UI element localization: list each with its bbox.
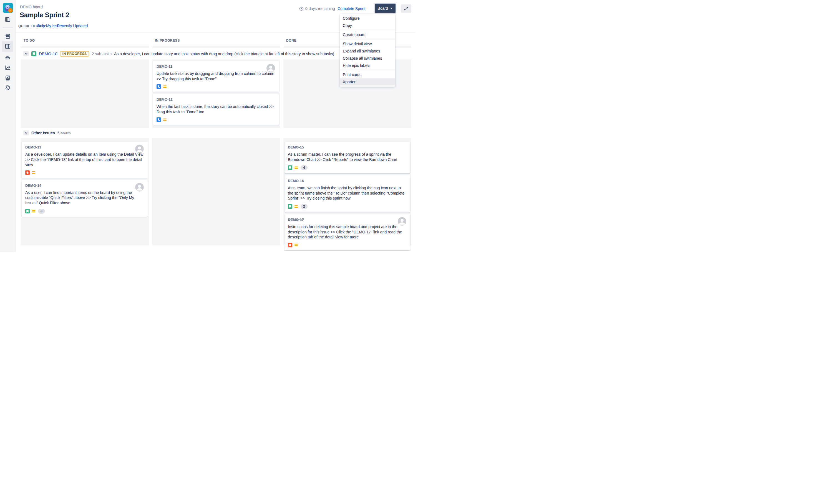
menu-item-copy[interactable]: Copy: [340, 22, 395, 29]
subtask-icon: [156, 84, 161, 89]
issue-summary: As a developer, I can update details on …: [25, 152, 144, 167]
menu-divider: [340, 30, 395, 30]
project-logo[interactable]: ‹›: [3, 3, 13, 13]
breadcrumb[interactable]: DEMO board: [20, 5, 43, 9]
issue-card[interactable]: DEMO-16 As a team, we can finish the spr…: [285, 175, 410, 212]
story-icon: [288, 204, 292, 209]
column-header-done: DONE: [286, 38, 296, 42]
issue-key[interactable]: DEMO-11: [156, 64, 172, 68]
clock-icon: [299, 6, 304, 11]
issue-card[interactable]: DEMO-14 As a user, I can find important …: [22, 180, 148, 217]
issue-card[interactable]: DEMO-12 When the last task is done, the …: [153, 94, 279, 125]
issue-key[interactable]: DEMO-13: [25, 145, 41, 149]
other-issues-swimlane-header: Other Issues 5 issues: [16, 128, 416, 138]
project-sidebar: ‹›: [0, 0, 16, 252]
board-dropdown-menu: ConfigureCopyCreate boardShow detail vie…: [340, 13, 395, 87]
issue-key[interactable]: DEMO-14: [25, 183, 41, 188]
issue-card[interactable]: DEMO-15 As a scrum master, I can see the…: [285, 142, 410, 173]
issue-key[interactable]: DEMO-16: [288, 179, 304, 183]
menu-item-create-board[interactable]: Create board: [340, 31, 395, 38]
svg-text:‹›: ‹›: [10, 9, 11, 12]
card-footer: [156, 84, 276, 89]
priority-medium-icon: [32, 171, 35, 174]
page-title: Sample Sprint 2: [20, 11, 69, 19]
card-footer: 3: [25, 209, 144, 214]
issue-card[interactable]: DEMO-17 Instructions for deleting this s…: [285, 214, 410, 250]
backlog-icon[interactable]: [4, 33, 11, 40]
bug-icon: [25, 170, 30, 175]
inprogress-column: [152, 138, 280, 245]
bug-icon: [288, 243, 292, 247]
done-card-list: DEMO-15 As a scrum master, I can see the…: [285, 142, 410, 250]
expand-icon: [404, 6, 408, 11]
chevron-down-icon: [390, 7, 393, 10]
board-menu-button[interactable]: Board: [375, 4, 396, 13]
assignee-avatar[interactable]: [398, 217, 406, 226]
issue-key[interactable]: DEMO-12: [156, 97, 173, 101]
sidebar-divider: [3, 28, 13, 28]
epic-issue-key[interactable]: DEMO-10: [39, 51, 57, 56]
status-lozenge: IN PROGRESS: [60, 51, 89, 57]
story-icon: [288, 166, 292, 170]
card-footer: [25, 170, 144, 175]
menu-item-configure[interactable]: Configure: [340, 15, 395, 22]
priority-medium-icon: [32, 210, 35, 212]
assignee-avatar[interactable]: [266, 64, 275, 72]
days-remaining: 0 days remaining: [305, 6, 335, 11]
estimate-badge: 3: [38, 209, 45, 214]
chevron-down-icon: [24, 131, 28, 135]
menu-item-show-detail-view[interactable]: Show detail view: [340, 40, 395, 48]
priority-medium-icon: [163, 86, 167, 88]
collapse-swimlane-button[interactable]: [23, 51, 29, 56]
add-ons-icon[interactable]: [4, 85, 11, 91]
issue-key[interactable]: DEMO-17: [288, 217, 304, 222]
story-icon: [25, 209, 30, 213]
menu-item-print-cards[interactable]: Print cards: [340, 71, 395, 78]
priority-medium-icon: [294, 205, 298, 208]
assignee-avatar[interactable]: [135, 183, 144, 191]
complete-sprint-link[interactable]: Complete Sprint: [338, 6, 365, 11]
inprogress-card-list: DEMO-11 Update task status by dragging a…: [153, 61, 279, 125]
column-header-inprogress: IN PROGRESS: [155, 38, 180, 42]
assignee-avatar[interactable]: [135, 145, 144, 153]
issue-summary: Instructions for deleting this sample bo…: [288, 224, 407, 240]
issues-icon[interactable]: [4, 75, 11, 81]
menu-item-expand-all-swimlanes[interactable]: Expand all swimlanes: [340, 48, 395, 55]
card-footer: [156, 117, 276, 122]
priority-medium-icon: [294, 167, 298, 169]
estimate-badge: 2: [300, 204, 308, 209]
menu-item-xporter[interactable]: Xporter: [340, 78, 395, 86]
subtask-icon: [156, 117, 161, 122]
epic-summary: As a developer, I can update story and t…: [114, 52, 334, 56]
issue-key[interactable]: DEMO-15: [288, 145, 304, 149]
active-sprints-icon[interactable]: [4, 43, 11, 50]
releases-icon[interactable]: [4, 54, 11, 60]
priority-medium-icon: [163, 119, 167, 121]
collapse-swimlane-button[interactable]: [23, 130, 29, 136]
menu-divider: [340, 70, 395, 70]
estimate-badge: 4: [300, 165, 308, 170]
menu-divider: [340, 39, 395, 39]
jira-board-app: ‹›: [0, 0, 416, 252]
fullscreen-button[interactable]: [401, 4, 411, 13]
swimlane-issue-count: 5 issues: [57, 131, 71, 135]
chevron-down-icon: [24, 52, 28, 56]
menu-item-collapse-all-swimlanes[interactable]: Collapse all swimlanes: [340, 55, 395, 62]
board-button-label: Board: [377, 6, 388, 10]
issue-card[interactable]: DEMO-13 As a developer, I can update det…: [22, 142, 148, 178]
issue-summary: As a user, I can find important items on…: [25, 190, 144, 206]
story-icon: [31, 51, 36, 56]
priority-medium-icon: [294, 244, 298, 246]
card-footer: [288, 243, 407, 247]
issue-summary: As a team, we can finish the sprint by c…: [288, 185, 407, 201]
column-header-todo: TO DO: [24, 38, 35, 42]
swimlane-title: Other Issues: [31, 131, 55, 135]
quick-filter-recently-updated[interactable]: Recently Updated: [57, 24, 88, 28]
issue-summary: Update task status by dragging and dropp…: [156, 71, 276, 81]
issue-card[interactable]: DEMO-11 Update task status by dragging a…: [153, 61, 279, 92]
issue-summary: When the last task is done, the story ca…: [156, 104, 276, 114]
menu-item-hide-epic-labels[interactable]: Hide epic labels: [340, 62, 395, 69]
reports-icon[interactable]: [4, 64, 11, 71]
boards-icon[interactable]: [4, 17, 11, 23]
subtask-count: 2 sub-tasks: [92, 52, 112, 56]
